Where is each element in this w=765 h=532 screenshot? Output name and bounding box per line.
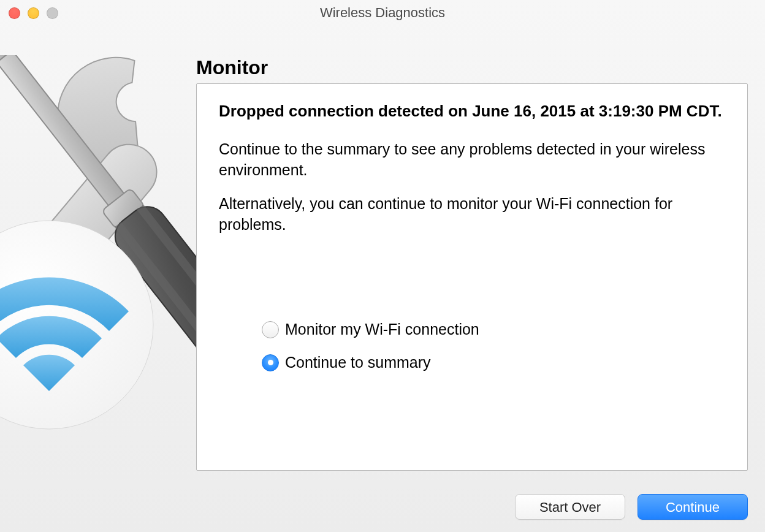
- svg-marker-1: [0, 55, 14, 64]
- svg-point-7: [0, 221, 153, 429]
- option-monitor-wifi-label: Monitor my Wi-Fi connection: [285, 322, 479, 337]
- dialog-footer: Start Over Continue: [515, 494, 748, 520]
- wifi-badge-icon: [0, 221, 153, 429]
- svg-rect-2: [0, 55, 126, 207]
- svg-rect-0: [0, 133, 168, 469]
- option-monitor-wifi[interactable]: Monitor my Wi-Fi connection: [262, 321, 725, 338]
- window-title: Wireless Diagnostics: [320, 5, 445, 21]
- content-panel: Dropped connection detected on June 16, …: [196, 83, 748, 471]
- alert-message: Dropped connection detected on June 16, …: [219, 101, 725, 122]
- radio-monitor-wifi[interactable]: [262, 321, 279, 338]
- svg-rect-3: [102, 188, 145, 229]
- close-window-button[interactable]: [9, 7, 20, 19]
- continue-button[interactable]: Continue: [638, 494, 748, 520]
- option-continue-summary-label: Continue to summary: [285, 355, 431, 370]
- start-over-button[interactable]: Start Over: [515, 494, 625, 520]
- wrench-icon: [0, 55, 207, 469]
- instruction-text-1: Continue to the summary to see any probl…: [219, 139, 725, 181]
- zoom-window-button: [47, 7, 58, 19]
- monitor-options: Monitor my Wi-Fi connection Continue to …: [262, 321, 725, 371]
- option-continue-summary[interactable]: Continue to summary: [262, 354, 725, 371]
- radio-continue-summary[interactable]: [262, 354, 279, 371]
- window-controls: [9, 7, 58, 19]
- minimize-window-button[interactable]: [28, 7, 39, 19]
- instruction-text-2: Alternatively, you can continue to monit…: [219, 194, 725, 235]
- section-heading: Monitor: [196, 58, 268, 77]
- titlebar: Wireless Diagnostics: [0, 0, 765, 26]
- wireless-diagnostics-window: Wireless Diagnostics: [0, 0, 765, 532]
